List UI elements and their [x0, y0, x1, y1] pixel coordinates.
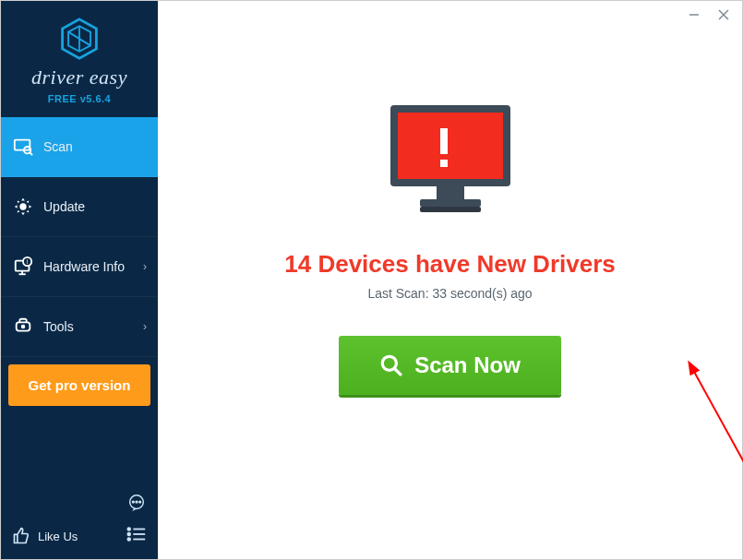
svg-line-36 — [394, 368, 401, 375]
svg-rect-33 — [420, 199, 481, 207]
get-pro-button[interactable]: Get pro version — [8, 364, 150, 406]
svg-point-19 — [127, 528, 130, 530]
main-panel: 14 Devices have New Drivers Last Scan: 3… — [158, 1, 742, 559]
svg-point-21 — [127, 533, 130, 536]
svg-point-7 — [19, 203, 26, 209]
titlebar — [158, 1, 742, 29]
svg-point-23 — [127, 538, 130, 541]
spacer — [1, 413, 158, 483]
version-label: FREE v5.6.4 — [1, 93, 158, 104]
sidebar-item-label: Tools — [43, 319, 74, 334]
sidebar-item-label: Hardware Info — [43, 259, 125, 274]
sidebar-item-update[interactable]: Update — [1, 177, 158, 237]
sidebar-item-hardware[interactable]: i Hardware Info › — [1, 237, 158, 297]
sidebar: driver easy FREE v5.6.4 Scan — [1, 1, 158, 559]
svg-line-6 — [30, 152, 32, 155]
like-us-label: Like Us — [38, 530, 78, 543]
like-us-button[interactable]: Like Us — [12, 527, 78, 545]
svg-point-18 — [139, 501, 141, 503]
svg-rect-30 — [440, 128, 448, 154]
search-icon — [379, 353, 403, 377]
feedback-icon[interactable] — [126, 493, 147, 517]
alert-monitor-icon — [381, 101, 520, 224]
chevron-right-icon: › — [143, 320, 147, 333]
svg-rect-32 — [437, 186, 464, 199]
sidebar-item-tools[interactable]: Tools › — [1, 297, 158, 357]
svg-point-35 — [382, 356, 396, 370]
svg-point-16 — [132, 501, 134, 503]
minimize-button[interactable] — [681, 6, 707, 24]
svg-rect-31 — [440, 160, 448, 167]
sidebar-item-label: Scan — [43, 139, 73, 154]
chevron-right-icon: › — [143, 260, 147, 273]
svg-point-14 — [22, 326, 25, 328]
svg-rect-34 — [420, 207, 481, 212]
svg-rect-29 — [398, 113, 503, 179]
svg-rect-4 — [15, 140, 30, 150]
scan-icon — [12, 136, 34, 158]
last-scan-label: Last Scan: 33 second(s) ago — [367, 286, 532, 301]
svg-text:i: i — [27, 258, 28, 265]
sidebar-item-scan[interactable]: Scan — [1, 117, 158, 177]
app-window: driver easy FREE v5.6.4 Scan — [0, 0, 743, 560]
menu-icon[interactable] — [126, 526, 147, 546]
hardware-icon: i — [12, 256, 34, 278]
svg-point-17 — [136, 501, 138, 503]
close-button[interactable] — [711, 6, 737, 24]
scan-button-label: Scan Now — [414, 352, 521, 378]
update-icon — [12, 196, 34, 218]
scan-now-button[interactable]: Scan Now — [339, 336, 561, 395]
brand-name: driver easy — [1, 66, 158, 89]
thumbs-up-icon — [12, 527, 30, 545]
content: 14 Devices have New Drivers Last Scan: 3… — [158, 29, 742, 559]
headline: 14 Devices have New Drivers — [284, 250, 615, 279]
logo-area: driver easy FREE v5.6.4 — [1, 1, 158, 117]
logo-icon — [58, 18, 101, 60]
sidebar-item-label: Update — [43, 199, 85, 214]
tools-icon — [12, 316, 34, 338]
nav: Scan Update — [1, 117, 158, 357]
sidebar-bottom: Like Us — [1, 483, 158, 559]
